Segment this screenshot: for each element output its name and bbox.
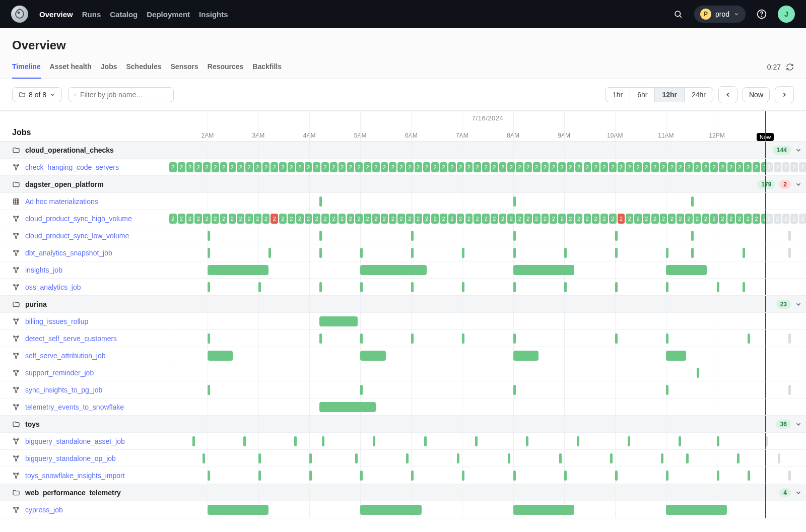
run-tick[interactable] bbox=[258, 282, 261, 292]
run-tick[interactable] bbox=[411, 248, 414, 258]
run-block[interactable]: 2 bbox=[660, 214, 667, 224]
collapse-icon[interactable] bbox=[795, 301, 802, 308]
run-tick[interactable] bbox=[208, 248, 210, 258]
run-tick[interactable] bbox=[309, 471, 312, 481]
filter-input[interactable] bbox=[68, 87, 174, 102]
run-block[interactable]: 2 bbox=[313, 162, 320, 172]
run-block[interactable]: 2 bbox=[491, 214, 498, 224]
run-tick[interactable] bbox=[686, 453, 689, 463]
run-tick[interactable] bbox=[666, 248, 668, 258]
run-tick[interactable] bbox=[319, 231, 322, 241]
run-block[interactable]: 2 bbox=[262, 214, 270, 224]
run-block[interactable]: 2 bbox=[423, 214, 431, 224]
run-block[interactable]: 2 bbox=[465, 162, 473, 172]
run-block[interactable]: 2 bbox=[550, 214, 557, 224]
run-block[interactable]: 2 bbox=[507, 214, 515, 224]
run-block[interactable]: 2 bbox=[702, 162, 710, 172]
run-tick[interactable] bbox=[208, 385, 210, 395]
run-block[interactable]: 2 bbox=[212, 214, 219, 224]
run-block[interactable]: 2 bbox=[694, 214, 701, 224]
run-block[interactable]: 2 bbox=[694, 162, 701, 172]
run-block[interactable]: 2 bbox=[423, 162, 431, 172]
run-block[interactable]: 2 bbox=[600, 214, 608, 224]
run-tick[interactable] bbox=[243, 436, 246, 446]
run-block[interactable]: 2 bbox=[397, 214, 405, 224]
tab-timeline[interactable]: Timeline bbox=[12, 62, 41, 79]
run-block[interactable]: 2 bbox=[719, 162, 726, 172]
run-tick[interactable] bbox=[208, 471, 210, 481]
run-block[interactable]: 2 bbox=[186, 214, 194, 224]
run-block[interactable]: 2 bbox=[744, 162, 752, 172]
prev-button[interactable] bbox=[718, 86, 737, 103]
run-block[interactable]: 2 bbox=[381, 214, 388, 224]
run-tick[interactable] bbox=[457, 453, 459, 463]
run-block[interactable]: 2 bbox=[313, 214, 320, 224]
run-tick[interactable] bbox=[360, 471, 363, 481]
run-block[interactable]: 2 bbox=[799, 214, 806, 224]
run-block[interactable]: 2 bbox=[668, 162, 676, 172]
run-tick[interactable] bbox=[462, 334, 464, 344]
run-block[interactable]: 2 bbox=[305, 214, 312, 224]
run-block[interactable]: 2 bbox=[558, 162, 566, 172]
run-block[interactable]: 2 bbox=[279, 162, 287, 172]
run-tick[interactable] bbox=[788, 231, 791, 241]
run-block[interactable]: 2 bbox=[592, 162, 599, 172]
run-block[interactable] bbox=[319, 402, 375, 412]
job-name[interactable]: sync_insights_to_pg_job bbox=[25, 386, 102, 394]
run-tick[interactable] bbox=[322, 436, 324, 446]
run-block[interactable]: 2 bbox=[321, 162, 329, 172]
run-block[interactable]: 2 bbox=[279, 214, 287, 224]
collapse-icon[interactable] bbox=[795, 147, 802, 154]
logo[interactable] bbox=[11, 6, 28, 23]
run-tick[interactable] bbox=[373, 436, 375, 446]
run-tick[interactable] bbox=[691, 231, 694, 241]
run-tick[interactable] bbox=[208, 231, 210, 241]
run-block[interactable]: 2 bbox=[389, 162, 396, 172]
run-block[interactable] bbox=[360, 351, 386, 361]
run-tick[interactable] bbox=[319, 196, 322, 207]
run-block[interactable]: 2 bbox=[347, 214, 355, 224]
run-block[interactable] bbox=[208, 351, 233, 361]
job-name[interactable]: Ad hoc materializations bbox=[25, 197, 98, 206]
run-tick[interactable] bbox=[666, 282, 668, 292]
run-tick[interactable] bbox=[788, 471, 791, 481]
run-block[interactable]: 2 bbox=[406, 214, 414, 224]
run-block[interactable]: 2 bbox=[364, 162, 371, 172]
run-block[interactable]: 2 bbox=[643, 162, 650, 172]
range-24hr[interactable]: 24hr bbox=[685, 88, 713, 102]
run-tick[interactable] bbox=[615, 471, 618, 481]
run-block[interactable]: 2 bbox=[584, 162, 591, 172]
run-tick[interactable] bbox=[513, 385, 516, 395]
run-block[interactable]: 2 bbox=[516, 214, 523, 224]
run-tick[interactable] bbox=[615, 282, 618, 292]
run-block[interactable]: 2 bbox=[719, 214, 726, 224]
job-name[interactable]: cloud_product_sync_low_volume bbox=[25, 232, 129, 240]
run-block[interactable]: 2 bbox=[575, 214, 583, 224]
run-tick[interactable] bbox=[743, 248, 745, 258]
run-tick[interactable] bbox=[743, 282, 745, 292]
run-block[interactable] bbox=[319, 316, 358, 326]
run-block[interactable]: 2 bbox=[558, 214, 566, 224]
run-block[interactable]: 2 bbox=[194, 214, 202, 224]
tab-schedules[interactable]: Schedules bbox=[126, 62, 161, 79]
run-block[interactable]: 2 bbox=[372, 162, 380, 172]
run-block[interactable]: 2 bbox=[533, 162, 541, 172]
run-block[interactable]: 2 bbox=[567, 162, 574, 172]
run-block[interactable]: 2 bbox=[516, 162, 523, 172]
run-block[interactable]: 2 bbox=[482, 162, 490, 172]
run-block[interactable]: 2 bbox=[507, 162, 515, 172]
run-block[interactable]: 2 bbox=[634, 162, 642, 172]
run-tick[interactable] bbox=[462, 248, 464, 258]
run-tick[interactable] bbox=[788, 334, 791, 344]
folder-filter-button[interactable]: 8 of 8 bbox=[12, 87, 62, 102]
run-tick[interactable] bbox=[526, 436, 528, 446]
run-block[interactable]: 2 bbox=[296, 162, 304, 172]
now-button[interactable]: Now bbox=[743, 87, 770, 102]
run-block[interactable]: 2 bbox=[609, 214, 617, 224]
tab-backfills[interactable]: Backfills bbox=[252, 62, 282, 79]
run-block[interactable]: 2 bbox=[685, 214, 693, 224]
run-block[interactable]: 2 bbox=[355, 162, 363, 172]
nav-item-insights[interactable]: Insights bbox=[199, 10, 228, 19]
avatar[interactable]: J bbox=[778, 6, 795, 23]
job-name[interactable]: billing_issues_rollup bbox=[25, 317, 88, 325]
